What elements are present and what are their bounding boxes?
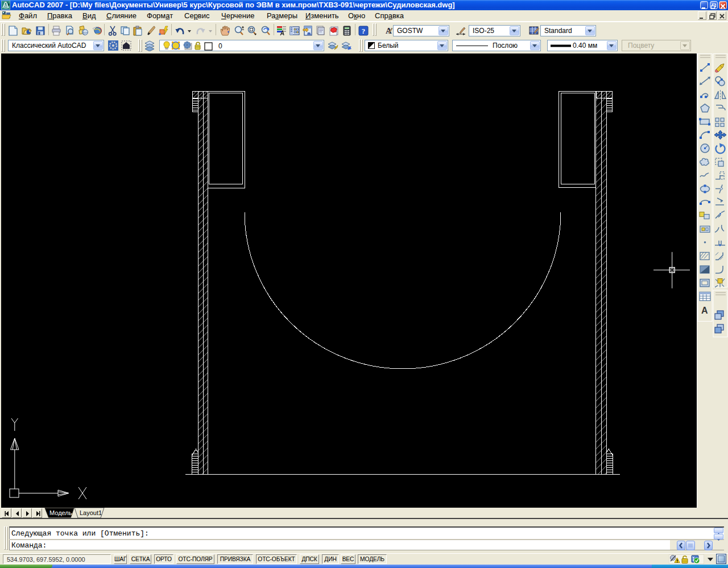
svg-text:Модель: Модель xyxy=(49,509,72,516)
svg-text:?: ? xyxy=(362,27,366,35)
svg-text:Layout1: Layout1 xyxy=(80,509,102,516)
svg-text:A: A xyxy=(701,306,708,315)
svg-text:0: 0 xyxy=(218,42,222,50)
